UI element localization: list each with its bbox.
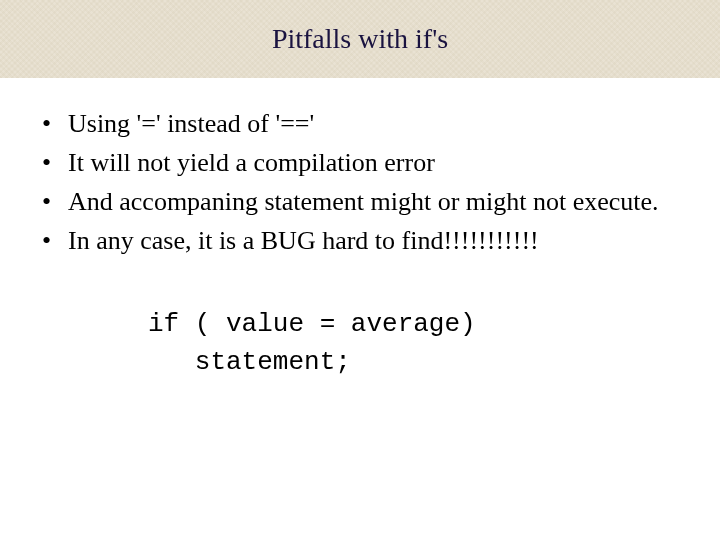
code-line: if ( value = average) — [148, 309, 476, 339]
code-line: statement; — [148, 347, 351, 377]
slide-title: Pitfalls with if's — [272, 23, 448, 55]
code-example: if ( value = average) statement; — [38, 306, 682, 381]
bullet-item: And accompaning statement might or might… — [38, 184, 682, 219]
bullet-item: In any case, it is a BUG hard to find!!!… — [38, 223, 682, 258]
slide-content: Using '=' instead of '==' It will not yi… — [0, 78, 720, 382]
bullet-item: Using '=' instead of '==' — [38, 106, 682, 141]
bullet-item: It will not yield a compilation error — [38, 145, 682, 180]
header-band: Pitfalls with if's — [0, 0, 720, 78]
bullet-list: Using '=' instead of '==' It will not yi… — [38, 106, 682, 258]
